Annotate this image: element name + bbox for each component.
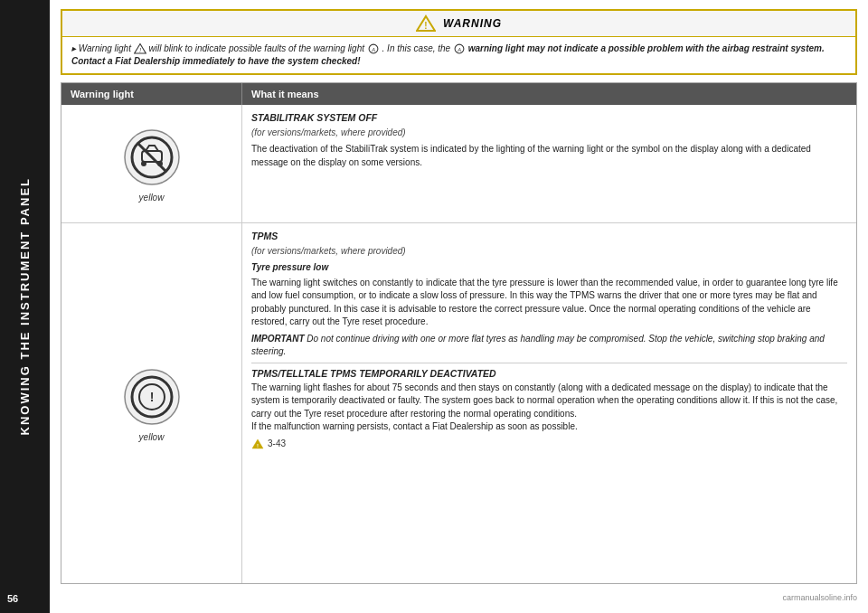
tyre-pressure-title: Tyre pressure low: [251, 261, 847, 275]
warning-title: WARNING: [443, 17, 502, 30]
watermark: carmanualsoline.info: [782, 593, 857, 602]
cell-meaning-1: STABILITRAK SYSTEM OFF (for versions/mar…: [242, 105, 856, 222]
page-number: 56: [7, 593, 18, 604]
table-body: yellow STABILITRAK SYSTEM OFF (for versi…: [61, 105, 856, 583]
table-row: yellow STABILITRAK SYSTEM OFF (for versi…: [61, 105, 856, 222]
tpms-disabled-section: TPMS/telltale TPMS temporarily deactivat…: [251, 363, 847, 451]
warning-triangle-icon: !: [416, 14, 436, 33]
sidebar: KNOWING THE INSTRUMENT PANEL: [0, 0, 50, 613]
svg-text:A: A: [457, 47, 461, 52]
svg-text:!: !: [139, 47, 141, 53]
icon-label-1: yellow: [139, 193, 165, 203]
cell-light-1: yellow: [61, 105, 242, 222]
warning-box: ! WARNING ▸ Warning light ! will blink t…: [61, 9, 857, 75]
warning-header: ! WARNING: [62, 11, 855, 37]
cell-light-2: ! yellow: [61, 223, 242, 583]
content-table: Warning light What it means: [61, 82, 857, 584]
cell-meaning-2: TPMS (for versions/markets, where provid…: [242, 223, 856, 583]
small-triangle-icon: !: [251, 439, 264, 449]
svg-text:!: !: [149, 390, 154, 404]
bottom-bar: carmanualsoline.info: [61, 591, 857, 604]
sidebar-title: KNOWING THE INSTRUMENT PANEL: [18, 177, 32, 435]
svg-point-13: [157, 161, 163, 166]
inline-warning-icon: !: [134, 42, 146, 55]
col-header-meaning: What it means: [242, 83, 856, 105]
tpms-icon: !: [120, 365, 184, 429]
meaning-subtitle-2: (for versions/markets, where provided): [251, 245, 847, 259]
meaning-title-2: TPMS: [251, 230, 847, 243]
meaning-text-1: The deactivation of the StabiliTrak syst…: [251, 143, 847, 169]
small-warning-row: ! 3-43: [251, 438, 847, 451]
icon-label-2: yellow: [139, 432, 165, 442]
svg-text:A: A: [371, 47, 375, 52]
svg-text:!: !: [424, 21, 427, 31]
table-header: Warning light What it means: [61, 83, 856, 105]
meaning-title-1: STABILITRAK SYSTEM OFF: [251, 111, 847, 125]
table-row-2: ! yellow TPMS (for versions/markets, whe…: [61, 222, 856, 583]
tyre-pressure-text: The warning light switches on constantly…: [251, 277, 847, 329]
tpms-important: IMPORTANT Do not continue driving with o…: [251, 333, 847, 359]
col-header-light: Warning light: [61, 83, 242, 105]
inline-airbag2-icon: A: [453, 42, 466, 55]
warning-body: ▸ Warning light ! will blink to indicate…: [62, 37, 855, 73]
tpms-disabled-title: TPMS/telltale TPMS temporarily deactivat…: [251, 367, 847, 381]
svg-point-12: [141, 161, 146, 166]
tpms-disabled-text: The warning light flashes for about 75 s…: [251, 382, 847, 434]
meaning-subtitle-1: (for versions/markets, where provided): [251, 127, 847, 140]
tpms-ref: 3-43: [268, 438, 286, 451]
stabilitrak-off-icon: [120, 126, 184, 189]
svg-text:!: !: [257, 443, 259, 448]
main-content: ! WARNING ▸ Warning light ! will blink t…: [50, 0, 868, 613]
inline-airbag-icon: A: [367, 42, 380, 55]
